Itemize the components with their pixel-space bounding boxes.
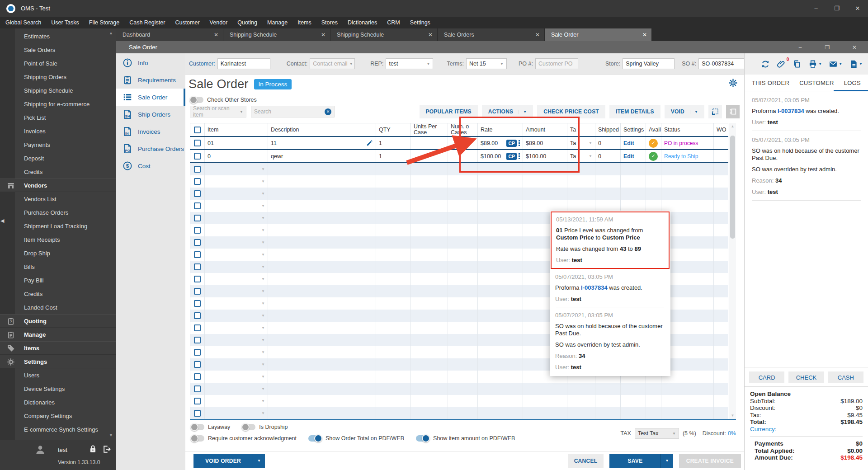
item-select-chevron-icon[interactable]: ▼ [261, 326, 265, 330]
cell-item[interactable]: ▼ [205, 407, 268, 419]
item-select-chevron-icon[interactable]: ▼ [261, 387, 265, 391]
tab-close-icon[interactable]: ✕ [533, 32, 540, 38]
minimize-button[interactable]: – [806, 0, 826, 17]
item-select-chevron-icon[interactable]: ▼ [261, 350, 265, 354]
tab-close-icon[interactable]: ✕ [640, 32, 647, 38]
void-order-dropdown-icon[interactable]: ▼ [253, 454, 265, 468]
check-other-stores-toggle[interactable] [190, 97, 203, 103]
menu-item-customer[interactable]: Customer [175, 19, 199, 26]
copy-icon[interactable] [793, 60, 802, 69]
attachments-icon[interactable]: 0 [777, 60, 786, 69]
cell-item[interactable]: ▼ [205, 224, 268, 236]
item-select-chevron-icon[interactable]: ▼ [261, 192, 265, 196]
sidebar-item-manage[interactable]: Manage [0, 328, 116, 341]
log-link[interactable]: I-0037834 [581, 284, 608, 291]
toggle-switch-show-order-total-on-pdf-web[interactable] [308, 435, 322, 442]
menu-item-file-storage[interactable]: File Storage [89, 19, 119, 26]
rep-select[interactable]: test▼ [386, 58, 433, 69]
item-select-chevron-icon[interactable]: ▼ [261, 277, 265, 281]
item-select-chevron-icon[interactable]: ▼ [261, 179, 265, 183]
cell-item[interactable]: ▼ [205, 273, 268, 285]
sidebar-item-users[interactable]: Users [0, 368, 116, 382]
nav-item-invoices[interactable]: INInvoices [116, 123, 185, 140]
item-select-chevron-icon[interactable]: ▼ [261, 253, 265, 257]
sidebar-item-quoting[interactable]: ?Quoting [0, 314, 116, 328]
row-checkbox[interactable] [194, 276, 201, 282]
row-checkbox[interactable] [194, 190, 201, 197]
sidebar-item-shipment-load-tracking[interactable]: Shipment Load Tracking [0, 219, 116, 233]
scrollbar-thumb[interactable] [730, 136, 735, 239]
row-checkbox[interactable] [194, 166, 201, 173]
cell-item[interactable]: ▼ [205, 297, 268, 310]
scroll-down-icon[interactable]: ▼ [729, 414, 736, 418]
edit-description-pencil-icon[interactable] [366, 140, 373, 146]
cell-item[interactable]: ▼ [205, 261, 268, 273]
inner-minimize-button[interactable]: – [787, 41, 814, 53]
sidebar-item-credits[interactable]: Credits [0, 165, 116, 179]
item-select-chevron-icon[interactable]: ▼ [261, 204, 265, 208]
sidebar-item-vendors-list[interactable]: Vendors List [0, 192, 116, 206]
menu-item-crm[interactable]: CRM [387, 19, 400, 26]
cell-item[interactable]: ▼ [205, 334, 268, 346]
row-checkbox[interactable] [194, 227, 201, 234]
nav-item-ship-orders[interactable]: SHShip Orders [116, 106, 185, 123]
row-checkbox[interactable] [194, 300, 201, 307]
po-number-input[interactable]: Customer PO [535, 58, 578, 69]
sidebar-item-credits[interactable]: Credits [0, 287, 116, 301]
restore-button[interactable]: ❐ [826, 0, 847, 17]
sidebar-item-item-receipts[interactable]: Item Receipts [0, 233, 116, 246]
sidebar-item-vendors[interactable]: Vendors [0, 179, 116, 192]
cell-item[interactable]: ▼ [205, 395, 268, 407]
log-link[interactable]: I-0037834 [778, 108, 804, 114]
sidebar-item-settings[interactable]: Settings [0, 355, 116, 368]
pay-button-card[interactable]: CARD [749, 371, 784, 383]
menu-item-user-tasks[interactable]: User Tasks [51, 19, 79, 26]
row-checkbox[interactable] [194, 153, 201, 160]
sidebar-item-drop-ship[interactable]: Drop Ship [0, 246, 116, 260]
sidebar-item-sale-orders[interactable]: Sale Orders [0, 43, 116, 56]
table-scrollbar[interactable]: ▲ ▼ [729, 123, 736, 419]
tab-logs[interactable]: LOGS [844, 80, 861, 86]
inner-close-button[interactable]: ✕ [841, 41, 868, 53]
sidebar-item-deposit[interactable]: Deposit [0, 151, 116, 165]
cell-item[interactable]: ▼ [205, 371, 268, 383]
sidebar-item-shipping-schedule[interactable]: Shipping Schedule [0, 84, 116, 97]
row-checkbox[interactable] [194, 251, 201, 258]
item-select-chevron-icon[interactable]: ▼ [261, 167, 265, 171]
row-checkbox[interactable] [194, 385, 201, 392]
sidebar-item-shipping-for-e-commerce[interactable]: Shipping for e-commerce [0, 97, 116, 111]
sidebar-item-company-settings[interactable]: Company Settings [0, 409, 116, 423]
menu-item-manage[interactable]: Manage [267, 19, 288, 26]
item-select-chevron-icon[interactable]: ▼ [261, 240, 265, 244]
toggle-switch-is-dropship[interactable] [242, 424, 255, 430]
sidebar-item-dictionaries[interactable]: Dictionaries [0, 395, 116, 409]
cell-item[interactable]: ▼ [205, 212, 268, 224]
cell-status[interactable]: PO in process [661, 137, 714, 149]
toggle-switch-layaway[interactable] [191, 424, 204, 430]
row-checkbox[interactable] [194, 263, 201, 270]
nav-item-info[interactable]: Info [116, 54, 185, 71]
close-button[interactable]: ✕ [847, 0, 868, 17]
tab-this-order[interactable]: THIS ORDER [752, 80, 789, 86]
discount-value[interactable]: 0% [728, 430, 736, 437]
menu-item-settings[interactable]: Settings [410, 19, 430, 26]
tab-sale-orders[interactable]: Sale Orders✕ [438, 28, 545, 41]
item-select-chevron-icon[interactable]: ▼ [261, 399, 265, 403]
sidebar-item-items[interactable]: Items [0, 341, 116, 355]
selection-tool-icon[interactable] [708, 105, 722, 118]
select-all-checkbox[interactable] [194, 127, 201, 133]
row-checkbox[interactable] [194, 288, 201, 295]
print-icon[interactable]: ▼ [808, 60, 822, 69]
row-checkbox[interactable] [194, 312, 201, 319]
sidebar-item-pick-list[interactable]: Pick List [0, 111, 116, 124]
create-invoice-button[interactable]: CREATE INVOICE [679, 454, 741, 468]
toggle-switch-require-customer-acknowledgment[interactable] [191, 435, 204, 442]
pay-button-check[interactable]: CHECK [788, 371, 824, 383]
edit-row-link[interactable]: Edit [623, 153, 634, 160]
dropdown-icon[interactable]: ▼ [519, 110, 527, 114]
cancel-button[interactable]: CANCEL [568, 454, 604, 468]
menu-item-stores[interactable]: Stores [321, 19, 338, 26]
cell-item[interactable]: ▼ [205, 200, 268, 212]
row-checkbox[interactable] [194, 215, 201, 221]
void-order-button[interactable]: VOID ORDER ▼ [193, 454, 265, 468]
